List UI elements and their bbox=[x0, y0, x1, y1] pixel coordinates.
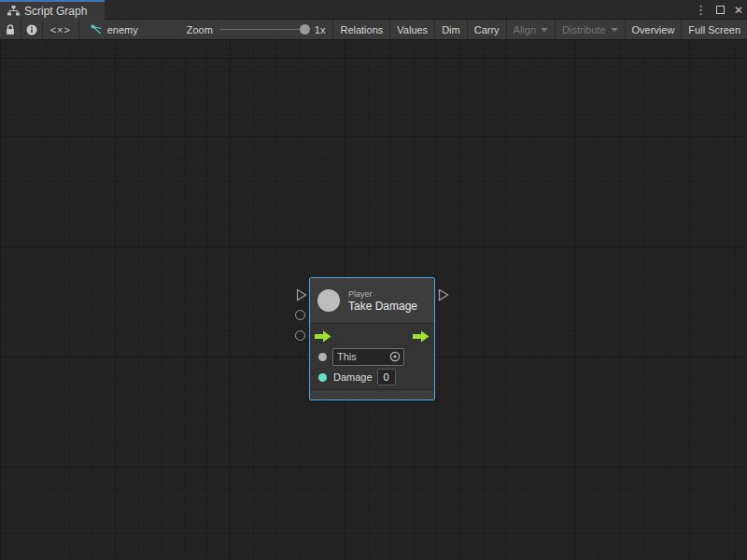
flow-input-port[interactable] bbox=[296, 288, 307, 301]
button-label: Values bbox=[397, 24, 428, 35]
flow-port-row bbox=[310, 326, 434, 346]
this-port-dot[interactable] bbox=[318, 353, 327, 361]
button-label: Align bbox=[514, 24, 536, 35]
damage-port-dot[interactable] bbox=[318, 373, 327, 382]
graph-toolbar: <×> enemy Zoom 1x Relations Values Di bbox=[0, 20, 747, 40]
maximize-icon[interactable] bbox=[716, 6, 725, 14]
flow-out-arrow-icon[interactable] bbox=[413, 330, 430, 343]
node-titles: Player Take Damage bbox=[348, 289, 417, 313]
zoom-value: 1x bbox=[315, 24, 326, 35]
button-label: Overview bbox=[632, 24, 675, 35]
code-preview-button[interactable]: <×> bbox=[43, 20, 79, 39]
button-label: Dim bbox=[442, 24, 460, 35]
window-controls: ⋮ ✕ bbox=[695, 0, 743, 20]
close-icon[interactable]: ✕ bbox=[734, 5, 743, 16]
info-button[interactable] bbox=[21, 20, 43, 39]
tab-bar: Script Graph ⋮ ✕ bbox=[0, 0, 747, 20]
button-label: Carry bbox=[474, 24, 500, 35]
zoom-slider-handle[interactable] bbox=[300, 24, 310, 35]
button-label: Relations bbox=[340, 24, 383, 35]
node-footer bbox=[310, 389, 434, 399]
lock-button[interactable] bbox=[0, 20, 21, 39]
zoom-slider[interactable] bbox=[219, 29, 308, 30]
button-label: Distribute bbox=[562, 24, 605, 35]
lock-icon bbox=[6, 24, 15, 35]
node-subtitle: Player bbox=[348, 289, 417, 299]
flow-output-port[interactable] bbox=[438, 288, 449, 301]
graph-breadcrumb[interactable]: enemy bbox=[79, 20, 148, 39]
toolbar-button-carry[interactable]: Carry bbox=[468, 20, 507, 39]
toolbar-button-fullscreen[interactable]: Full Screen bbox=[682, 20, 747, 39]
damage-label: Damage bbox=[333, 371, 373, 383]
tab-title: Script Graph bbox=[24, 5, 87, 18]
info-icon bbox=[26, 24, 37, 35]
damage-value-input[interactable]: 0 bbox=[377, 369, 396, 385]
toolbar-button-values[interactable]: Values bbox=[390, 20, 435, 39]
damage-input-port[interactable] bbox=[295, 330, 305, 341]
tab-script-graph[interactable]: Script Graph bbox=[0, 0, 105, 20]
chevron-down-icon bbox=[541, 28, 548, 32]
button-label: Full Screen bbox=[688, 24, 740, 35]
this-field-value: This bbox=[337, 351, 389, 362]
hierarchy-icon bbox=[7, 6, 20, 16]
object-picker-icon[interactable] bbox=[389, 351, 401, 362]
this-port-row: This bbox=[310, 346, 434, 367]
toolbar-button-align: Align bbox=[507, 20, 556, 39]
code-icon: <×> bbox=[50, 24, 71, 35]
graph-name-label: enemy bbox=[107, 24, 138, 35]
toolbar-button-distribute: Distribute bbox=[556, 20, 625, 39]
toolbar-button-dim[interactable]: Dim bbox=[435, 20, 468, 39]
script-graph-window: Script Graph ⋮ ✕ bbox=[0, 0, 747, 560]
flow-in-arrow-icon[interactable] bbox=[315, 330, 331, 343]
node-title: Take Damage bbox=[348, 300, 417, 313]
toolbar-button-relations[interactable]: Relations bbox=[333, 20, 390, 39]
damage-port-row: Damage 0 bbox=[310, 367, 434, 387]
this-object-field[interactable]: This bbox=[332, 348, 404, 366]
take-damage-node[interactable]: Player Take Damage bbox=[309, 277, 435, 400]
zoom-control: Zoom 1x bbox=[148, 20, 334, 39]
graph-asset-icon bbox=[91, 24, 103, 35]
node-header[interactable]: Player Take Damage bbox=[310, 278, 434, 324]
this-input-port[interactable] bbox=[295, 310, 305, 320]
window-menu-icon[interactable]: ⋮ bbox=[695, 4, 707, 16]
node-body: This Damage 0 bbox=[310, 324, 434, 387]
graph-canvas[interactable]: Player Take Damage bbox=[0, 41, 747, 560]
zoom-label: Zoom bbox=[187, 24, 213, 35]
unit-icon bbox=[317, 289, 340, 312]
toolbar-button-overview[interactable]: Overview bbox=[626, 20, 683, 39]
chevron-down-icon bbox=[611, 28, 618, 32]
